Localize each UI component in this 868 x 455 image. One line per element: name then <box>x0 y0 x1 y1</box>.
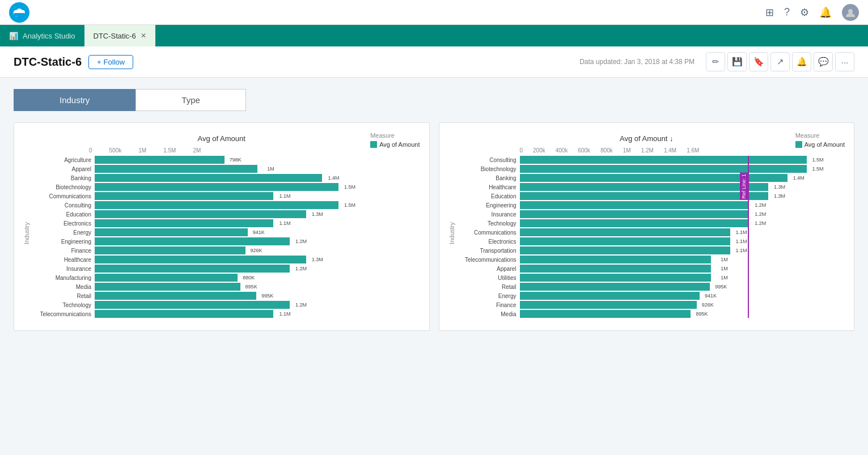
bar: 1.2M <box>95 265 290 273</box>
user-avatar[interactable] <box>842 4 859 21</box>
right-legend-title: Measure <box>795 132 845 139</box>
right-legend-color <box>795 141 802 148</box>
table-row: Apparel1M <box>458 265 845 273</box>
table-row: Apparel1M <box>32 165 420 173</box>
left-chart-legend: Measure Avg of Amount <box>370 132 420 148</box>
document-tab[interactable]: DTC-Static-6 ✕ <box>84 25 155 46</box>
save-button[interactable]: 💾 <box>727 52 747 71</box>
left-chart-area: Industry 0 500k 1M 1.5M 2M Agriculture79… <box>23 147 420 319</box>
charts-row: Avg of Amount Measure Avg of Amount Indu… <box>14 122 854 331</box>
left-legend-label: Avg of Amount <box>379 141 420 148</box>
bar: 1.2M <box>520 210 750 218</box>
bar-label: Apparel <box>32 166 95 172</box>
bar: 1.5M <box>95 201 338 209</box>
bar: 895K <box>520 310 691 318</box>
table-row: Biotechnology1.5M <box>32 183 420 191</box>
bar-label: Retail <box>32 293 95 299</box>
bar-label: Finance <box>32 248 95 254</box>
bar: 1.1M <box>520 237 730 245</box>
bar-value-label: 1M <box>721 275 728 280</box>
bar-label: Communications <box>458 229 520 236</box>
notify-button[interactable]: 🔔 <box>792 52 811 71</box>
bar-wrap: 941K <box>95 228 420 236</box>
app-tab[interactable]: 📊 Analytics Studio <box>0 25 84 46</box>
bar: 1.2M <box>520 219 750 227</box>
bar-wrap: 895K <box>520 310 845 318</box>
table-row: Consulting1.5M <box>32 201 420 209</box>
bar-value-label: 895K <box>245 284 257 290</box>
rx-600k: 600k <box>578 147 590 154</box>
bar-label: Education <box>458 193 520 199</box>
bar: 1M <box>520 256 711 263</box>
x-tick-0: 0 <box>89 147 92 154</box>
data-updated-text: Data updated: Jan 3, 2018 at 4:38 PM <box>579 58 695 66</box>
bar-label: Energy <box>32 229 95 236</box>
table-row: Telecommunications1.1M <box>32 310 420 318</box>
bar: 1.3M <box>520 192 769 200</box>
bar: 895K <box>95 283 240 291</box>
table-row: Finance926K <box>458 301 845 309</box>
bar-wrap: 1.5M <box>95 201 420 209</box>
tab-industry[interactable]: Industry <box>14 89 136 111</box>
bar-label: Insurance <box>458 211 520 218</box>
bar-wrap: 1.5M <box>520 156 845 164</box>
table-row: Biotechnology1.5M <box>458 165 845 173</box>
bar: 1.2M <box>520 201 750 209</box>
bar-value-label: 1.1M <box>736 239 747 244</box>
tab-bar: 📊 Analytics Studio DTC-Static-6 ✕ <box>0 25 868 46</box>
bar-value-label: 1.2M <box>295 302 307 308</box>
grid-icon[interactable]: ⊞ <box>765 6 774 19</box>
bar-wrap: 1.2M <box>520 210 845 218</box>
bar-wrap: 995K <box>520 283 845 291</box>
bar: 1.1M <box>520 228 730 236</box>
bar-wrap: 880K <box>95 274 420 282</box>
bar-wrap: 1.3M <box>520 183 845 191</box>
table-row: Retail995K <box>32 292 420 300</box>
bar: 1.1M <box>520 246 730 254</box>
bar-label: Banking <box>458 175 520 181</box>
bar-wrap: 1.2M <box>95 237 420 245</box>
bar: 995K <box>95 292 256 300</box>
edit-button[interactable]: ✏ <box>706 52 725 71</box>
bar-wrap: 1.2M <box>520 201 845 209</box>
bar-label: Technology <box>32 302 95 308</box>
rx-14m: 1.4M <box>664 147 676 154</box>
bar-value-label: 1.2M <box>295 266 307 271</box>
table-row: Retail995K <box>458 283 845 291</box>
rx-16m: 1.6M <box>687 147 699 154</box>
tab-type[interactable]: Type <box>136 89 246 111</box>
comment-button[interactable]: 💬 <box>814 52 833 71</box>
table-row: Engineering1.2M <box>458 201 845 209</box>
tab-close-icon[interactable]: ✕ <box>141 32 146 40</box>
right-chart-title: Avg of Amount ↓ <box>448 134 845 143</box>
bar: 926K <box>95 246 245 254</box>
help-icon[interactable]: ? <box>784 6 790 18</box>
share-button[interactable]: ↗ <box>770 52 790 71</box>
bar-value-label: 941K <box>705 293 717 299</box>
bar: 1.4M <box>95 174 322 182</box>
bar-wrap: 926K <box>520 301 845 309</box>
table-row: Consulting1.5M <box>458 156 845 164</box>
table-row: Communications1.1M <box>458 228 845 236</box>
bar-label: Agriculture <box>32 157 95 163</box>
bar-label: Retail <box>458 284 520 290</box>
ref-line: Ref Line: 1 <box>748 156 749 318</box>
table-row: Utilities1M <box>458 274 845 282</box>
bar-wrap: 1M <box>520 265 845 273</box>
bar-wrap: 895K <box>95 283 420 291</box>
bookmark-button[interactable]: 🔖 <box>749 52 768 71</box>
settings-icon[interactable]: ⚙ <box>800 6 809 19</box>
follow-button[interactable]: + Follow <box>88 55 133 69</box>
bar-label: Healthcare <box>458 184 520 190</box>
notifications-icon[interactable]: 🔔 <box>819 6 832 19</box>
bar-value-label: 1.5M <box>812 166 824 172</box>
bar-value-label: 1.1M <box>736 229 747 235</box>
bar-label: Apparel <box>458 266 520 272</box>
bar-label: Media <box>458 311 520 317</box>
table-row: Media895K <box>32 283 420 291</box>
more-button[interactable]: ··· <box>835 52 854 71</box>
table-row: Finance926K <box>32 246 420 254</box>
rx-400k: 400k <box>556 147 568 154</box>
bar-wrap: 926K <box>95 246 420 254</box>
salesforce-logo[interactable] <box>9 2 29 23</box>
